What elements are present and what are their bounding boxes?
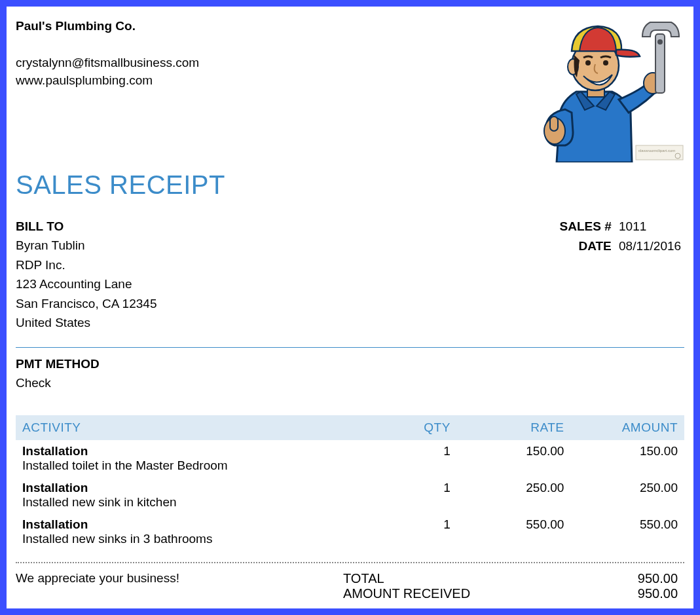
receipt-document: Paul's Plumbing Co. crystalynn@fitsmallb… — [0, 0, 700, 615]
amount-received-value: 950.00 — [494, 586, 684, 601]
dotted-separator — [16, 562, 684, 563]
bill-to-label: BILL TO — [16, 217, 157, 236]
col-qty: QTY — [363, 415, 457, 440]
header: Paul's Plumbing Co. crystalynn@fitsmallb… — [16, 14, 684, 162]
company-logo: classroomclipart.com — [514, 14, 684, 162]
svg-text:classroomclipart.com: classroomclipart.com — [638, 149, 675, 153]
item-amount: 550.00 — [570, 513, 684, 550]
col-rate: RATE — [457, 415, 571, 440]
svg-point-9 — [603, 60, 608, 65]
item-amount: 150.00 — [570, 440, 684, 477]
svg-point-4 — [657, 39, 663, 45]
total-label: TOTAL — [343, 571, 494, 586]
col-activity: ACTIVITY — [16, 415, 363, 440]
footer-row: We appreciate your business! TOTAL 950.0… — [16, 571, 684, 601]
svg-point-8 — [585, 60, 591, 65]
item-desc: Installed new sink in kitchen — [22, 495, 357, 513]
sales-number: 1011 — [619, 217, 684, 236]
line-items-table: ACTIVITY QTY RATE AMOUNT Installation In… — [16, 415, 684, 550]
svg-rect-1 — [550, 117, 558, 131]
table-row: Installation Installed new sinks in 3 ba… — [16, 513, 684, 550]
thank-you-message: We appreciate your business! — [16, 571, 343, 601]
total-value: 950.00 — [494, 571, 684, 586]
pmt-method-label: PMT METHOD — [16, 354, 684, 373]
pmt-method-value: Check — [16, 373, 684, 392]
item-rate: 250.00 — [457, 477, 571, 513]
table-row: Installation Installed toilet in the Mas… — [16, 440, 684, 477]
item-desc: Installed toilet in the Master Bedroom — [22, 458, 357, 477]
item-title: Installation — [22, 517, 88, 531]
date-value: 08/11/2016 — [619, 236, 684, 256]
bill-to-name: Byran Tublin — [16, 236, 157, 255]
item-qty: 1 — [363, 477, 457, 513]
item-title: Installation — [22, 481, 88, 494]
item-amount: 250.00 — [570, 477, 684, 513]
sales-meta-block: SALES # 1011 DATE 08/11/2016 — [557, 217, 684, 257]
divider-line — [16, 347, 684, 348]
company-email: crystalynn@fitsmallbusiness.com — [16, 54, 199, 72]
item-qty: 1 — [363, 440, 457, 477]
table-row: Installation Installed new sink in kitch… — [16, 477, 684, 513]
item-rate: 150.00 — [457, 440, 571, 477]
sales-number-label: SALES # — [557, 217, 616, 236]
company-website: www.paulsplumbing.com — [16, 71, 199, 90]
company-name: Paul's Plumbing Co. — [16, 17, 199, 35]
col-amount: AMOUNT — [570, 415, 684, 440]
item-title: Installation — [22, 444, 88, 458]
plumber-mascot-icon: classroomclipart.com — [514, 14, 684, 162]
meta-row: BILL TO Byran Tublin RDP Inc. 123 Accoun… — [16, 217, 684, 333]
bill-to-city: San Francisco, CA 12345 — [16, 294, 157, 313]
item-qty: 1 — [363, 513, 457, 550]
bill-to-country: United States — [16, 313, 157, 332]
item-rate: 550.00 — [457, 513, 571, 550]
bill-to-block: BILL TO Byran Tublin RDP Inc. 123 Accoun… — [16, 217, 157, 333]
company-block: Paul's Plumbing Co. crystalynn@fitsmallb… — [16, 14, 199, 90]
bill-to-address1: 123 Accounting Lane — [16, 274, 157, 293]
table-body: Installation Installed toilet in the Mas… — [16, 440, 684, 550]
amount-received-label: AMOUNT RECEIVED — [343, 586, 494, 601]
item-desc: Installed new sinks in 3 bathrooms — [22, 532, 357, 550]
payment-method-block: PMT METHOD Check — [16, 354, 684, 393]
bill-to-company: RDP Inc. — [16, 255, 157, 274]
date-label: DATE — [557, 236, 616, 256]
document-title: SALES RECEIPT — [16, 170, 684, 200]
table-header-row: ACTIVITY QTY RATE AMOUNT — [16, 415, 684, 440]
totals-block: TOTAL 950.00 AMOUNT RECEIVED 950.00 — [343, 571, 684, 601]
